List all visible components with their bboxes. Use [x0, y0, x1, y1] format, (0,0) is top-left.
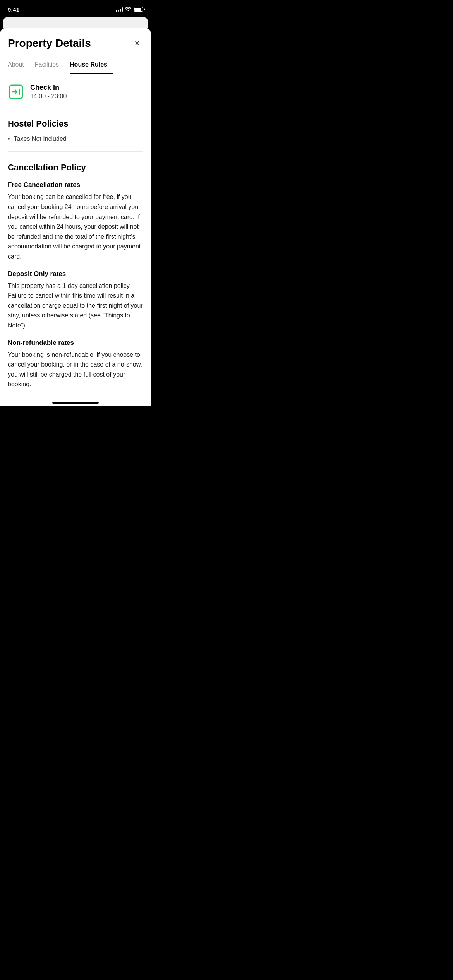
tab-about[interactable]: About	[8, 56, 30, 74]
check-in-text: Check In 14:00 - 23:00	[30, 83, 67, 100]
non-refundable-text: Your booking is non-refundable, if you c…	[8, 350, 143, 389]
bullet-dot: •	[8, 134, 10, 144]
content-area: Check In 14:00 - 23:00 Hostel Policies •…	[0, 74, 151, 398]
signal-icon	[116, 7, 123, 12]
cancellation-policy-section: Cancellation Policy Free Cancellation ra…	[8, 152, 143, 389]
hostel-policies-section: Hostel Policies • Taxes Not Included	[8, 108, 143, 152]
tab-facilities[interactable]: Facilities	[35, 56, 65, 74]
deposit-only-heading: Deposit Only rates	[8, 270, 143, 278]
non-refundable-heading: Non-refundable rates	[8, 339, 143, 347]
hostel-policy-text: Taxes Not Included	[14, 134, 67, 144]
wifi-icon	[125, 6, 131, 12]
home-indicator	[52, 402, 99, 404]
battery-icon	[134, 7, 143, 12]
background-peek	[3, 17, 148, 28]
hostel-policy-item: • Taxes Not Included	[8, 134, 143, 144]
check-in-section: Check In 14:00 - 23:00	[8, 74, 143, 108]
hostel-policies-title: Hostel Policies	[8, 119, 143, 129]
non-refundable-block: Non-refundable rates Your booking is non…	[8, 339, 143, 389]
free-cancellation-block: Free Cancellation rates Your booking can…	[8, 181, 143, 261]
check-in-icon	[8, 84, 24, 100]
tabs-bar: About Facilities House Rules	[0, 56, 151, 74]
status-time: 9:41	[8, 6, 19, 13]
status-icons	[116, 6, 143, 12]
status-bar: 9:41	[0, 0, 151, 17]
free-cancellation-heading: Free Cancellation rates	[8, 181, 143, 189]
free-cancellation-text: Your booking can be cancelled for free, …	[8, 192, 143, 261]
check-in-time: 14:00 - 23:00	[30, 93, 67, 100]
home-indicator-area	[0, 398, 151, 406]
check-in-label: Check In	[30, 83, 67, 92]
deposit-only-text: This property has a 1 day cancellation p…	[8, 281, 143, 331]
close-icon: ×	[135, 39, 140, 48]
close-button[interactable]: ×	[131, 37, 143, 50]
deposit-only-block: Deposit Only rates This property has a 1…	[8, 270, 143, 331]
property-details-modal: Property Details × About Facilities Hous…	[0, 28, 151, 406]
cancellation-policy-title: Cancellation Policy	[8, 163, 143, 173]
tab-house-rules[interactable]: House Rules	[70, 56, 113, 74]
modal-title: Property Details	[8, 38, 91, 50]
modal-header: Property Details ×	[0, 28, 151, 56]
